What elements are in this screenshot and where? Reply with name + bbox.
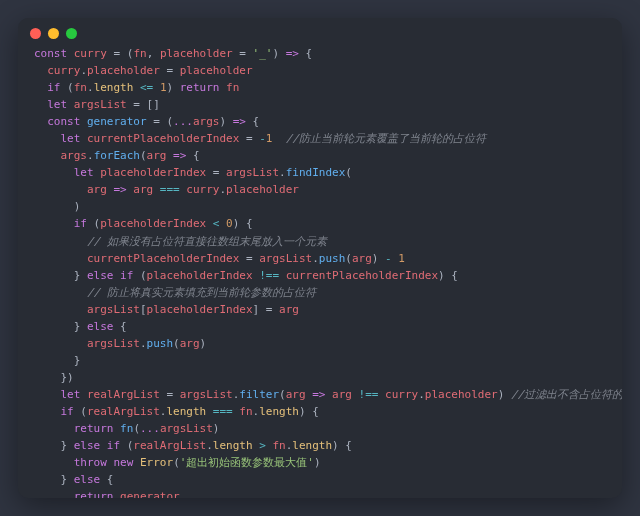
close-icon[interactable]	[30, 28, 41, 39]
maximize-icon[interactable]	[66, 28, 77, 39]
minimize-icon[interactable]	[48, 28, 59, 39]
titlebar	[18, 18, 622, 39]
code-window: const curry = (fn, placeholder = '_') =>…	[18, 18, 622, 498]
code-block: const curry = (fn, placeholder = '_') =>…	[18, 39, 622, 498]
